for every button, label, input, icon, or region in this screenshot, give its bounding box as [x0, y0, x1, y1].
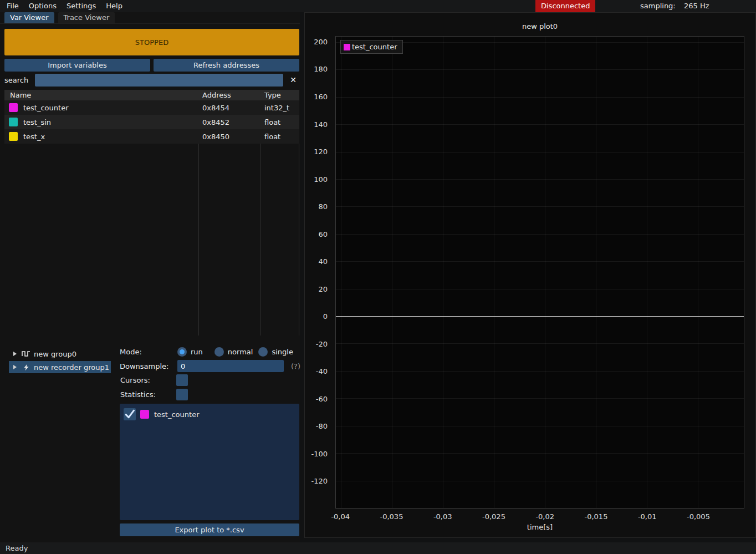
variable-name: test_x — [23, 133, 45, 141]
waveform-icon — [22, 349, 30, 358]
v-gridline — [545, 37, 545, 508]
y-tick-label: -80 — [316, 422, 328, 430]
zero-gridline — [336, 316, 744, 317]
radio-single-label: single — [272, 348, 293, 356]
variable-color-swatch[interactable] — [9, 118, 18, 126]
h-gridline — [336, 69, 744, 70]
variable-address-cell: 0x8452 — [198, 118, 260, 126]
plot-group-list: new group0 new recorder group1 — [9, 348, 111, 374]
h-gridline — [336, 398, 744, 399]
downsample-label: Downsample: — [120, 362, 177, 370]
radio-run[interactable] — [177, 347, 187, 357]
x-tick-label: -0,02 — [535, 512, 554, 521]
variable-name-cell: test_counter — [4, 103, 198, 112]
table-row[interactable]: test_sin 0x8452 float — [4, 115, 299, 129]
menu-file[interactable]: File — [2, 0, 24, 12]
y-tick-label: 20 — [318, 284, 328, 293]
series-item: test_counter — [124, 408, 295, 421]
table-row[interactable]: test_x 0x8450 float — [4, 129, 299, 144]
x-tick-label: -0,01 — [638, 512, 657, 521]
y-tick-label: -60 — [316, 394, 328, 403]
sampling-value: 265 Hz — [684, 0, 709, 12]
h-gridline — [336, 453, 744, 454]
clear-search-icon[interactable]: ✕ — [287, 74, 299, 87]
tab-bar: Var Viewer Trace Viewer — [0, 12, 300, 24]
series-label: test_counter — [154, 410, 200, 419]
tab-trace-viewer[interactable]: Trace Viewer — [58, 12, 115, 23]
export-csv-button[interactable]: Export plot to *.csv — [120, 523, 299, 536]
x-tick-label: -0,035 — [380, 512, 403, 521]
search-input[interactable] — [35, 74, 283, 87]
column-header-type[interactable]: Type — [260, 90, 299, 100]
search-label: search — [4, 74, 28, 87]
y-axis: 200180160140120100806040200-20-40-60-80-… — [305, 36, 331, 509]
import-variables-button[interactable]: Import variables — [4, 59, 150, 72]
y-tick-label: 80 — [318, 202, 328, 211]
variable-name-cell: test_x — [4, 132, 198, 141]
x-tick-label: -0,025 — [482, 512, 505, 521]
chevron-right-icon[interactable] — [13, 365, 17, 369]
y-tick-label: 60 — [318, 230, 328, 238]
table-row[interactable]: test_counter 0x8454 int32_t — [4, 100, 299, 115]
menu-help[interactable]: Help — [101, 0, 127, 12]
x-tick-label: -0,005 — [687, 512, 710, 521]
statistics-label: Statistics: — [120, 390, 176, 399]
var-viewer-panel: Var Viewer Trace Viewer STOPPED Import v… — [0, 12, 300, 542]
column-header-name[interactable]: Name — [4, 90, 198, 100]
group-label: new group0 — [34, 350, 76, 358]
h-gridline — [336, 234, 744, 235]
mode-label: Mode: — [120, 348, 177, 356]
y-tick-label: 0 — [323, 312, 328, 321]
menu-settings[interactable]: Settings — [62, 0, 101, 12]
radio-normal[interactable] — [214, 347, 224, 357]
y-tick-label: -20 — [316, 339, 328, 348]
v-gridline — [494, 37, 494, 508]
v-gridline — [596, 37, 596, 508]
plot-title: new plot0 — [335, 22, 744, 32]
variable-color-swatch[interactable] — [9, 103, 18, 112]
h-gridline — [336, 152, 744, 153]
radio-run-label: run — [191, 348, 203, 356]
column-header-address[interactable]: Address — [198, 90, 260, 100]
y-tick-label: 100 — [314, 175, 328, 183]
tab-var-viewer[interactable]: Var Viewer — [4, 12, 54, 23]
menu-options[interactable]: Options — [24, 0, 62, 12]
downsample-input[interactable] — [177, 360, 284, 372]
refresh-addresses-button[interactable]: Refresh addresses — [154, 59, 299, 72]
cursors-checkbox[interactable] — [176, 374, 188, 386]
series-color-swatch[interactable] — [140, 410, 149, 419]
downsample-row: Downsample: (?) — [120, 360, 300, 372]
plot-panel: new plot0 200180160140120100806040200-20… — [304, 12, 756, 538]
variable-color-swatch[interactable] — [9, 132, 18, 141]
x-tick-label: -0,03 — [433, 512, 452, 521]
h-gridline — [336, 97, 744, 98]
statistics-checkbox[interactable] — [176, 389, 188, 400]
y-tick-label: 120 — [314, 148, 328, 156]
acquisition-state-button[interactable]: STOPPED — [4, 29, 299, 55]
sampling-label: sampling: — [640, 0, 676, 12]
variable-type-cell: float — [260, 133, 299, 141]
plot-legend[interactable]: test_counter — [340, 40, 403, 54]
status-bar: Ready — [0, 542, 756, 554]
radio-single[interactable] — [258, 347, 268, 357]
cursors-row: Cursors: — [120, 374, 188, 386]
x-tick-label: -0,04 — [331, 512, 350, 521]
y-tick-label: 140 — [314, 120, 328, 128]
check-icon — [124, 409, 135, 420]
h-gridline — [336, 289, 744, 289]
plot-area[interactable]: test_counter — [335, 36, 744, 509]
lightning-icon — [22, 363, 30, 372]
legend-color-swatch — [344, 44, 350, 50]
table-header-row: Name Address Type — [4, 90, 299, 100]
series-visibility-checkbox[interactable] — [124, 408, 136, 420]
legend-label: test_counter — [352, 43, 397, 51]
v-gridline — [392, 37, 392, 508]
group-item-new-recorder-group1[interactable]: new recorder group1 — [9, 361, 111, 373]
variable-name-cell: test_sin — [4, 118, 198, 126]
plot-series-panel: test_counter — [120, 404, 299, 520]
chevron-right-icon[interactable] — [13, 352, 17, 356]
variable-address-cell: 0x8454 — [198, 104, 260, 112]
group-label: new recorder group1 — [34, 363, 109, 372]
group-item-new-group0[interactable]: new group0 — [9, 348, 111, 360]
x-axis: -0,04-0,035-0,03-0,025-0,02-0,015-0,01-0… — [335, 511, 744, 521]
